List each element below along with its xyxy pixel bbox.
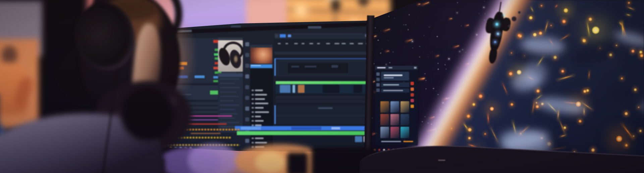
earcup-glint-2	[6, 41, 9, 43]
under-chin-shadow	[121, 87, 174, 141]
photo-scene	[0, 0, 644, 173]
foreground-person	[0, 0, 644, 173]
earcup-glint-1	[2, 40, 5, 42]
earcup-glint-3	[10, 43, 13, 45]
earcup-glint-4	[14, 44, 17, 46]
